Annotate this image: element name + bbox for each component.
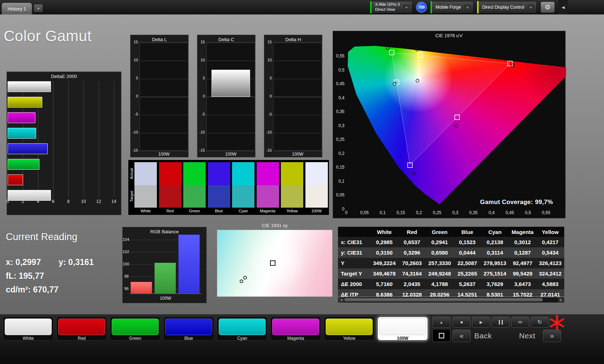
table-row: y: CIE310,31500,32960,65800,04440,31140,… — [338, 247, 564, 258]
colorspace-badge[interactable]: 709 — [416, 2, 427, 13]
target-swatch-100w — [305, 185, 328, 208]
y-tick-label: 102 — [123, 250, 129, 254]
target-row-label: Target — [129, 185, 134, 208]
patch-swatch — [5, 318, 52, 335]
x-tick-label: 0,35 — [469, 210, 477, 215]
table-cell: 278,9513 — [481, 258, 509, 268]
actual-swatch-blue — [208, 162, 230, 185]
y-tick-label: 5 — [264, 76, 272, 80]
actual-swatch-green — [183, 162, 206, 185]
scroll-right-button[interactable]: ▶ — [558, 298, 564, 302]
chevron-down-icon[interactable]: ▼ — [403, 5, 410, 10]
row-label: ΔE 2000 — [338, 279, 370, 289]
patch-button-red[interactable]: Red — [56, 317, 107, 341]
rgb-bar-green — [154, 263, 176, 294]
meter-label: X-Rite i1Pro 3 Direct View — [375, 2, 400, 12]
table-cell: 12,0328 — [398, 289, 426, 296]
patch-swatch — [272, 318, 319, 335]
scroll-left-button[interactable]: ◀ — [338, 298, 344, 302]
tab-history[interactable]: History 1 — [1, 3, 32, 14]
swatch-comparison-panel: Actual Target WhiteRedGreenBlueCyanMagen… — [128, 160, 329, 215]
table-cell: 74,3164 — [398, 268, 426, 279]
y-tick-label: 0,45 — [334, 81, 344, 86]
table-scrollbar[interactable]: ◀ ▶ — [338, 297, 564, 303]
rgb-bar-red — [130, 282, 152, 294]
gridline — [207, 133, 255, 133]
swatch-label: 100W — [305, 209, 328, 213]
meter-selector[interactable]: X-Rite i1Pro 3 Direct View ▼ — [370, 1, 412, 13]
table-cell: 249,9248 — [426, 268, 454, 279]
y-tick-label: 10 — [197, 58, 205, 62]
measured-marker-yellow — [416, 48, 419, 51]
rgb-balance-chart: RGB Balance 100W 9698100102104 — [122, 227, 207, 303]
patch-button-white[interactable]: White — [3, 317, 53, 341]
table-cell: 92,4977 — [509, 258, 537, 268]
table-header-row: WhiteRedGreenBlueCyanMagentaYellow — [338, 227, 564, 237]
patch-label: Yellow — [324, 336, 374, 341]
page-title: Color Gamut — [4, 27, 92, 45]
patch-button-blue[interactable]: Blue — [163, 317, 214, 341]
actual-swatch-magenta — [257, 162, 279, 185]
gamut-coverage-value: 99,7% — [535, 199, 553, 205]
patch-button-100w[interactable]: 100W — [377, 317, 428, 341]
expand-up-button[interactable]: ▲ — [432, 317, 450, 328]
deltae-bar-blue — [8, 143, 48, 154]
continuous-measure-button[interactable]: ∞ — [511, 317, 529, 328]
top-bar-controls: X-Rite i1Pro 3 Direct View ▼ 709 Mobile … — [370, 0, 604, 14]
row-label: y: CIE31 — [338, 247, 370, 258]
patch-swatch — [326, 318, 373, 335]
row-label: Y — [338, 258, 370, 268]
y-tick-label: -5 — [264, 112, 272, 116]
x-tick-label: 0,05 — [360, 210, 369, 215]
column-header: Blue — [454, 227, 481, 237]
arrow-left-icon: ◀ — [340, 299, 342, 302]
pause-button[interactable] — [492, 317, 510, 328]
column-header: Yellow — [536, 227, 564, 237]
settings-button[interactable]: ⚙ — [540, 1, 555, 13]
table-cell: 25,2265 — [454, 268, 481, 279]
back-chevron-button[interactable]: « — [453, 330, 471, 342]
patch-label: Red — [57, 336, 107, 341]
swatch-label: Cyan — [232, 209, 254, 213]
deltae-bar-100w — [8, 190, 51, 201]
patch-button-magenta[interactable]: Magenta — [270, 317, 321, 341]
back-button[interactable]: Back — [474, 330, 492, 342]
y-tick-label: 0,15 — [334, 165, 344, 170]
table-cell: 349,4678 — [370, 268, 398, 279]
y-tick-label: -5 — [197, 112, 205, 116]
play-icon: ▶ — [480, 320, 483, 325]
pattern-source-selector[interactable]: Mobile Forge ▼ — [430, 1, 474, 13]
source-status-accent — [430, 1, 432, 13]
next-chevron-button[interactable]: » — [543, 330, 561, 342]
chevron-down-icon[interactable]: ▼ — [464, 5, 471, 10]
pattern-window-button[interactable] — [432, 329, 450, 342]
display-status-accent — [477, 1, 479, 13]
column-header: White — [370, 227, 398, 237]
add-tab-button[interactable]: + — [34, 4, 43, 12]
column-header: Green — [426, 227, 454, 237]
actual-swatch-100w — [305, 162, 328, 185]
target-swatch-cyan — [232, 185, 254, 208]
chart-title: CIE 1976 u'v' — [333, 31, 565, 38]
play-button[interactable]: ▶ — [472, 317, 490, 328]
display-control-selector[interactable]: Direct Display Control ▼ — [477, 1, 537, 13]
gridline — [140, 151, 188, 151]
x-tick-label: 0,5 — [525, 210, 531, 215]
swatch-label: White — [134, 209, 157, 213]
y-tick-label: 0,55 — [334, 53, 344, 58]
patch-button-green[interactable]: Green — [110, 317, 160, 341]
chevron-left-icon: ◀ — [562, 5, 565, 10]
next-button[interactable]: Next — [519, 330, 535, 342]
refresh-button[interactable]: ↻ — [531, 317, 549, 328]
stop-button[interactable]: ■ — [453, 317, 471, 328]
gridline — [140, 61, 188, 61]
table-cell: 0,5434 — [536, 247, 564, 258]
patch-swatch — [219, 318, 266, 335]
current-reading-title: Current Reading — [6, 231, 77, 243]
patch-button-yellow[interactable]: Yellow — [324, 317, 374, 341]
patch-button-cyan[interactable]: Cyan — [217, 317, 267, 341]
chevron-down-icon[interactable]: ▼ — [528, 5, 534, 10]
source-label: Mobile Forge — [436, 5, 461, 10]
scrollbar-thumb[interactable] — [344, 298, 543, 302]
collapse-panel-button[interactable]: ◀ — [558, 0, 568, 14]
